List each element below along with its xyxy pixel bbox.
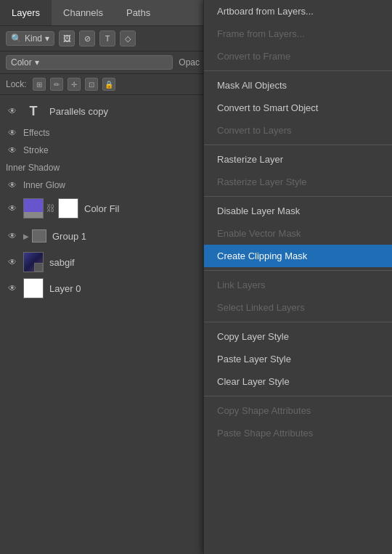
visibility-icon-group1[interactable]: 👁 [6,229,19,243]
opacity-label: Opac [179,57,200,68]
text-layer-icon: T [23,101,44,121]
menu-item-clear-layer-style[interactable]: Clear Layer Style [204,370,392,393]
menu-item-rasterize-layer-style[interactable]: Rasterize Layer Style [204,171,392,193]
lock-transparency-icon[interactable]: ⊞ [33,78,46,91]
color-fill-thumbnail [23,198,44,219]
visibility-icon-inner-glow[interactable]: 👁 [6,179,19,192]
separator-6 [204,396,392,396]
stroke-row[interactable]: 👁 Stroke [0,142,205,159]
visibility-icon-effects[interactable]: 👁 [6,126,19,139]
menu-item-link-layers[interactable]: Link Layers [204,274,392,296]
separator-5 [204,322,392,322]
layer-item-group1[interactable]: 👁 ▶ Group 1 [0,223,205,249]
stroke-label: Stroke [23,145,49,155]
layers-panel: Layers Channels Paths 🔍 Kind ▾ 🖼 ⊘ T ◇ C… [0,0,206,554]
layer-name-group1: Group 1 [52,231,86,242]
menu-item-create-clipping-mask[interactable]: Create Clipping Mask [204,245,392,267]
visibility-icon-sabgif[interactable]: 👁 [6,256,19,269]
filter-shape-icon[interactable]: ◇ [120,30,136,46]
menu-item-select-linked-layers[interactable]: Select Linked Layers [204,296,392,319]
lock-row: Lock: ⊞ ✏ ✛ ⊡ 🔒 [0,74,205,95]
menu-item-mask-all-objects[interactable]: Mask All Objects [204,74,392,97]
menu-item-convert-to-smart-object[interactable]: Convert to Smart Object [204,97,392,119]
lock-pixels-icon[interactable]: ✏ [50,78,63,91]
lock-artboard-icon[interactable]: ⊡ [85,78,98,91]
menu-item-convert-to-frame[interactable]: Convert to Frame [204,45,392,68]
separator-2 [204,144,392,145]
layer0-thumbnail [23,278,44,298]
visibility-icon-layer0[interactable]: 👁 [6,282,19,295]
inner-shadow-label: Inner Shadow [6,163,60,173]
tab-layers[interactable]: Layers [0,0,52,25]
menu-item-copy-layer-style[interactable]: Copy Layer Style [204,325,392,348]
menu-item-disable-layer-mask[interactable]: Disable Layer Mask [204,200,392,222]
blending-mode-select[interactable]: Color ▾ [6,55,173,70]
mask-thumbnail [58,198,78,219]
tabs-row: Layers Channels Paths [0,0,205,26]
chain-icon[interactable]: ⛓ [45,203,57,214]
search-icon: 🔍 [11,33,22,44]
lock-all-icon[interactable]: 🔒 [102,78,115,91]
separator-1 [204,70,392,71]
effects-row[interactable]: 👁 Effects [0,124,205,142]
menu-item-rasterize-layer[interactable]: Rasterize Layer [204,148,392,171]
visibility-icon-stroke[interactable]: 👁 [6,144,19,157]
inner-glow-row[interactable]: 👁 Inner Glow [0,176,205,194]
context-menu: Artboard from Layers... Frame from Layer… [203,0,392,554]
menu-item-artboard-from-layers[interactable]: Artboard from Layers... [204,0,392,23]
group-chevron: ▶ [23,232,29,240]
layer-name-color-fill: Color Fil [84,203,119,214]
visibility-icon-parallels[interactable]: 👁 [6,105,19,118]
filter-circle-icon[interactable]: ⊘ [79,30,95,46]
layer-item-color-fill[interactable]: 👁 ⛓ Color Fil [0,194,205,223]
layer-item-layer0[interactable]: 👁 Layer 0 [0,275,205,301]
layers-list: 👁 T Parallels copy 👁 Effects 👁 Stroke In… [0,95,205,304]
tab-channels[interactable]: Channels [52,0,115,25]
tab-paths[interactable]: Paths [115,0,162,25]
filter-text-icon[interactable]: T [99,30,115,46]
lock-position-icon[interactable]: ✛ [68,78,81,91]
group-thumbnail [32,229,46,243]
lock-icons: ⊞ ✏ ✛ ⊡ 🔒 [33,78,115,91]
inner-shadow-row[interactable]: Inner Shadow [0,159,205,176]
separator-4 [204,270,392,271]
separator-3 [204,196,392,197]
inner-glow-label: Inner Glow [23,180,65,190]
effects-label: Effects [23,128,49,138]
layer-name-parallels: Parallels copy [49,106,108,117]
menu-item-paste-layer-style[interactable]: Paste Layer Style [204,348,392,370]
sabgif-thumbnail [23,252,44,272]
filter-row: 🔍 Kind ▾ 🖼 ⊘ T ◇ [0,26,205,52]
layer-name-sabgif: sabgif [49,257,75,268]
menu-item-enable-vector-mask[interactable]: Enable Vector Mask [204,222,392,245]
color-row: Color ▾ Opac [0,52,205,74]
visibility-icon-color-fill[interactable]: 👁 [6,202,19,215]
menu-item-paste-shape-attributes[interactable]: Paste Shape Attributes [204,422,392,444]
menu-item-frame-from-layers[interactable]: Frame from Layers... [204,23,392,45]
menu-item-copy-shape-attributes[interactable]: Copy Shape Attributes [204,399,392,422]
filter-image-icon[interactable]: 🖼 [59,30,75,46]
kind-select[interactable]: 🔍 Kind ▾ [6,31,54,46]
layer-item-sabgif[interactable]: 👁 sabgif [0,249,205,275]
layer-name-layer0: Layer 0 [49,283,81,294]
layer-item-parallels-copy[interactable]: 👁 T Parallels copy [0,98,205,124]
menu-item-convert-to-layers[interactable]: Convert to Layers [204,119,392,142]
